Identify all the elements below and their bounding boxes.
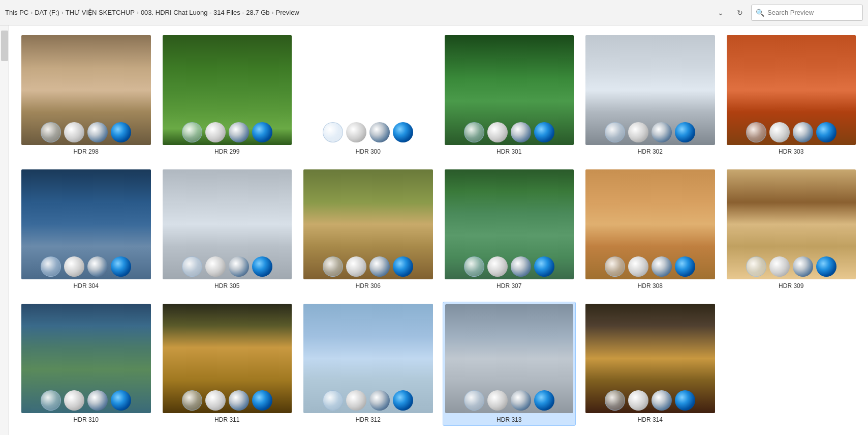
list-item-hdr298[interactable]: HDR 298 — [19, 33, 153, 157]
sphere-overlay-hdr314 — [585, 369, 715, 413]
item-label-hdr301: HDR 301 — [497, 148, 521, 155]
sphere-glass-hdr303 — [746, 122, 766, 142]
sphere-white-hdr314 — [628, 390, 648, 411]
sphere-overlay-hdr312 — [303, 369, 433, 413]
sphere-overlay-hdr310 — [21, 369, 151, 413]
list-item-hdr306[interactable]: HDR 306 — [301, 167, 435, 292]
breadcrumb: This PC › DAT (F:) › THƯ VIỆN SKETCHUP ›… — [5, 9, 709, 16]
item-label-hdr309: HDR 309 — [779, 282, 803, 289]
sidebar-scroll-handle[interactable] — [1, 31, 8, 61]
sphere-overlay-hdr305 — [163, 235, 292, 279]
thumbnail-hdr307 — [445, 169, 574, 279]
breadcrumb-sep-3: › — [137, 9, 139, 16]
item-label-hdr302: HDR 302 — [638, 148, 663, 155]
list-item-hdr313[interactable]: HDR 313 — [443, 302, 576, 426]
sphere-white-hdr302 — [628, 122, 648, 142]
sphere-overlay-hdr306 — [303, 235, 433, 279]
item-label-hdr310: HDR 310 — [74, 416, 99, 423]
sphere-white-hdr310 — [64, 390, 84, 411]
sphere-glass-hdr307 — [464, 256, 484, 277]
list-item-hdr300[interactable]: HDR 300 — [301, 33, 435, 157]
sphere-blue-hdr306 — [393, 256, 413, 277]
sphere-blue-hdr299 — [252, 122, 272, 142]
list-item-hdr314[interactable]: HDR 314 — [583, 302, 717, 426]
sphere-blue-hdr298 — [111, 122, 131, 142]
sphere-overlay-hdr301 — [445, 101, 574, 144]
item-label-hdr298: HDR 298 — [74, 148, 99, 155]
list-item-hdr305[interactable]: HDR 305 — [161, 167, 294, 292]
list-item-hdr310[interactable]: HDR 310 — [19, 302, 153, 426]
sphere-chrome-hdr303 — [793, 122, 813, 142]
sphere-white-hdr306 — [346, 256, 366, 277]
list-item-hdr302[interactable]: HDR 302 — [583, 33, 717, 157]
sphere-blue-hdr300 — [393, 122, 413, 142]
thumbnail-hdr298 — [21, 35, 151, 145]
item-label-hdr304: HDR 304 — [74, 282, 99, 289]
sphere-blue-hdr308 — [675, 256, 695, 277]
sphere-glass-hdr299 — [182, 122, 202, 142]
sphere-chrome-hdr307 — [511, 256, 531, 277]
breadcrumb-sketchup[interactable]: THƯ VIỆN SKETCHUP — [66, 9, 135, 16]
list-item-hdr312[interactable]: HDR 312 — [301, 302, 435, 426]
thumbnail-hdr301 — [445, 35, 574, 145]
sphere-glass-hdr311 — [182, 390, 202, 411]
sphere-blue-hdr305 — [252, 256, 272, 277]
sphere-glass-hdr298 — [41, 122, 61, 142]
sphere-white-hdr309 — [769, 256, 790, 277]
thumbnail-hdr311 — [163, 304, 292, 414]
thumbnail-grid: HDR 298HDR 299HDR 300HDR 301HDR 302HDR 3… — [19, 31, 858, 426]
item-label-hdr313: HDR 313 — [497, 416, 521, 423]
sphere-overlay-hdr300 — [303, 101, 433, 144]
list-item-hdr303[interactable]: HDR 303 — [725, 33, 858, 157]
sphere-chrome-hdr304 — [87, 256, 108, 277]
sphere-overlay-hdr307 — [445, 235, 574, 279]
sphere-white-hdr303 — [769, 122, 790, 142]
sphere-glass-hdr314 — [605, 390, 625, 411]
sphere-glass-hdr312 — [323, 390, 343, 411]
search-icon: 🔍 — [756, 9, 764, 17]
breadcrumb-dat-drive[interactable]: DAT (F:) — [35, 9, 59, 16]
thumbnail-hdr303 — [727, 35, 856, 145]
list-item-hdr308[interactable]: HDR 308 — [583, 167, 717, 292]
sphere-overlay-hdr311 — [163, 369, 292, 413]
breadcrumb-sep-2: › — [61, 9, 64, 16]
sphere-glass-hdr301 — [464, 122, 484, 142]
breadcrumb-hdri-folder[interactable]: 003. HDRI Chat Luong - 314 Files - 28.7 … — [141, 9, 270, 16]
sphere-overlay-hdr313 — [445, 369, 574, 413]
sphere-glass-hdr309 — [746, 256, 766, 277]
sphere-chrome-hdr309 — [793, 256, 813, 277]
refresh-btn[interactable]: ↻ — [732, 5, 748, 21]
list-item-hdr309[interactable]: HDR 309 — [725, 167, 858, 292]
item-label-hdr314: HDR 314 — [638, 416, 663, 423]
list-item-hdr301[interactable]: HDR 301 — [443, 33, 576, 157]
top-bar: This PC › DAT (F:) › THƯ VIỆN SKETCHUP ›… — [0, 0, 868, 25]
item-label-hdr300: HDR 300 — [356, 148, 381, 155]
sphere-white-hdr308 — [628, 256, 648, 277]
breadcrumb-this-pc[interactable]: This PC — [5, 9, 28, 16]
sphere-blue-hdr314 — [675, 390, 695, 411]
search-input[interactable] — [767, 9, 858, 16]
item-label-hdr299: HDR 299 — [214, 148, 239, 155]
list-item-hdr299[interactable]: HDR 299 — [161, 33, 294, 157]
sphere-overlay-hdr302 — [585, 101, 715, 144]
list-item-hdr307[interactable]: HDR 307 — [443, 167, 576, 292]
sphere-chrome-hdr299 — [229, 122, 249, 142]
sphere-glass-hdr308 — [605, 256, 625, 277]
sphere-blue-hdr301 — [534, 122, 554, 142]
sphere-blue-hdr310 — [111, 390, 131, 411]
sphere-white-hdr304 — [64, 256, 84, 277]
sphere-blue-hdr312 — [393, 390, 413, 411]
thumbnail-hdr305 — [163, 169, 292, 279]
list-item-hdr311[interactable]: HDR 311 — [161, 302, 294, 426]
sphere-white-hdr298 — [64, 122, 84, 142]
item-label-hdr312: HDR 312 — [356, 416, 381, 423]
sphere-glass-hdr304 — [41, 256, 61, 277]
list-item-hdr304[interactable]: HDR 304 — [19, 167, 153, 292]
item-label-hdr306: HDR 306 — [356, 282, 381, 289]
sphere-chrome-hdr308 — [652, 256, 672, 277]
dropdown-btn[interactable]: ⌄ — [712, 5, 729, 21]
sphere-white-hdr313 — [487, 390, 508, 411]
item-label-hdr307: HDR 307 — [497, 282, 521, 289]
main-layout: HDR 298HDR 299HDR 300HDR 301HDR 302HDR 3… — [0, 25, 868, 435]
sphere-chrome-hdr314 — [652, 390, 672, 411]
